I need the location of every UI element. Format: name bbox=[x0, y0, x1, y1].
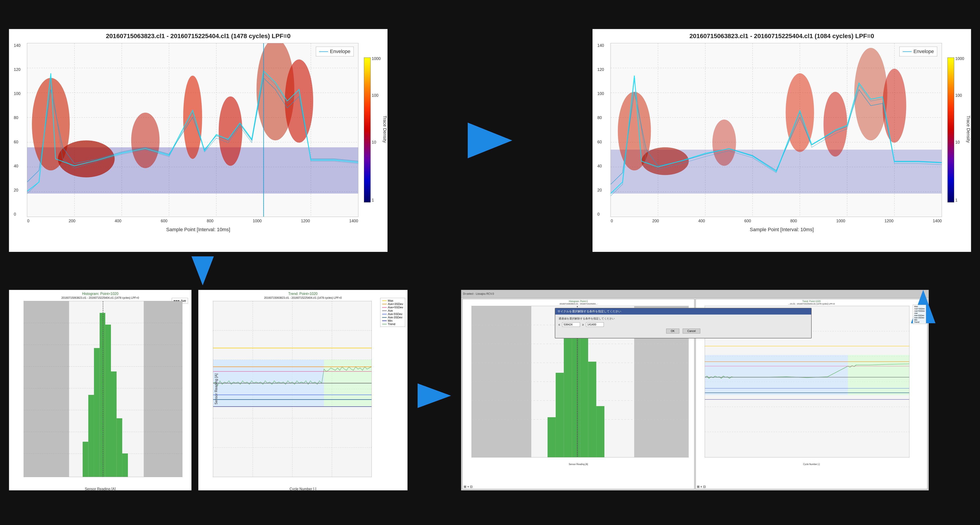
chart1-x-label: Sample Point [Interval: 10ms] bbox=[9, 227, 387, 233]
svg-point-36 bbox=[712, 120, 736, 166]
chart1-colorbar-10: 10 bbox=[372, 140, 376, 145]
svg-point-39 bbox=[854, 48, 887, 140]
svg-rect-85 bbox=[556, 373, 564, 457]
bottom-row: Histogram: Point=1020 20160715063823.cl1… bbox=[9, 290, 971, 490]
svg-point-15 bbox=[131, 113, 159, 168]
mini-trend-toolbar: ⊞ + ⊡ bbox=[697, 485, 706, 488]
svg-rect-89 bbox=[588, 362, 596, 457]
svg-rect-53 bbox=[100, 313, 105, 477]
svg-rect-88 bbox=[580, 324, 588, 457]
dialog-input-to[interactable] bbox=[586, 322, 604, 327]
chart1-legend-line bbox=[319, 51, 328, 52]
svg-rect-48 bbox=[24, 301, 69, 477]
dialog-input-from[interactable] bbox=[562, 322, 580, 327]
chart2-x-label: Sample Point [Interval: 10ms] bbox=[593, 227, 971, 233]
mini-histogram-title-green: Histogram: Point=1 bbox=[463, 299, 694, 303]
chart1-colorbar-100: 100 bbox=[372, 93, 379, 98]
chart1-y-ticks: 140 120 100 80 60 40 20 0 bbox=[14, 43, 21, 217]
svg-rect-84 bbox=[547, 417, 555, 457]
svg-rect-50 bbox=[83, 442, 88, 477]
chart2-title: 20160715063823.cl1 - 20160715225404.cl1 … bbox=[593, 29, 971, 41]
trend-black-title: 20160715063823.cl1 - 20160715225404.cl1 … bbox=[199, 296, 407, 300]
chart2-legend-line bbox=[903, 51, 912, 52]
chart1-x-ticks: 0 200 400 600 800 1000 1200 1400 bbox=[27, 219, 358, 223]
svg-rect-52 bbox=[94, 348, 100, 477]
dialog-ok-button[interactable]: OK bbox=[666, 329, 679, 334]
svg-rect-57 bbox=[122, 453, 128, 477]
toolbar-label: Di-select - Lissajou RCV.0 bbox=[463, 292, 494, 295]
chart2-colorbar-bar bbox=[948, 57, 954, 203]
histogram-chart-area: Frequency bbox=[24, 301, 182, 477]
trend-y-label: Sensor Reading [A] bbox=[214, 373, 218, 405]
svg-rect-51 bbox=[88, 395, 94, 477]
trend-x-label: Cycle Number [-] bbox=[199, 487, 407, 491]
chart1-colorbar-bar bbox=[364, 57, 371, 203]
svg-point-38 bbox=[823, 92, 847, 156]
chart1-colorbar: 1000 100 10 1 Trace Density bbox=[362, 53, 386, 222]
top-row: 20160715063823.cl1 - 20160715225404.cl1 … bbox=[9, 18, 971, 263]
svg-rect-55 bbox=[111, 372, 116, 477]
chart1-legend: Envelope bbox=[316, 46, 354, 56]
mini-trend-legend: Max Ave+3SDev Ave+5SDev Ave Ave-5SDev Av… bbox=[913, 305, 926, 324]
mini-histogram-x-label: Sensor Reading [A] bbox=[463, 463, 694, 466]
chart2-colorbar-1: 1 bbox=[955, 198, 958, 203]
chart2-legend: Envelope bbox=[899, 46, 937, 56]
mini-trend-title-green: Trend: Point=1020 bbox=[696, 299, 928, 303]
trend-icon-1[interactable]: ⊞ bbox=[697, 485, 700, 488]
chart2-colorbar: 1000 100 10 1 Trace Density bbox=[945, 53, 970, 222]
chart1-area: Envelope bbox=[27, 43, 358, 217]
chart2-colorbar-1000: 1000 bbox=[955, 56, 964, 61]
chart2-colorbar-100: 100 bbox=[955, 93, 962, 98]
hist-icon-3[interactable]: ⊡ bbox=[470, 485, 473, 488]
hist-icon-1[interactable]: ⊞ bbox=[464, 485, 466, 488]
mini-trend-title: ...23.cl1 - 20160715225404.cl1 (1478 cyc… bbox=[696, 303, 928, 305]
mini-trend-x-label: Cycle Number [-] bbox=[696, 463, 928, 466]
chart1-title: 20160715063823.cl1 - 20160715225404.cl1 … bbox=[9, 29, 387, 41]
trend-icon-2[interactable]: + bbox=[700, 485, 702, 488]
svg-rect-56 bbox=[116, 418, 122, 477]
chart1-panel: 20160715063823.cl1 - 20160715225404.cl1 … bbox=[9, 29, 388, 252]
histogram-svg bbox=[24, 301, 182, 477]
dialog-overlay: サイクルを選択解除する条件を指定してください 通過値を選択解除する条件を指定して… bbox=[555, 308, 812, 338]
svg-point-17 bbox=[219, 97, 242, 166]
svg-rect-49 bbox=[144, 301, 182, 477]
chart2-y-ticks: 140 120 100 80 60 40 20 0 bbox=[597, 43, 604, 217]
dialog-buttons: OK Cancel bbox=[558, 329, 808, 334]
mini-hist-toolbar: ⊞ + ⊡ bbox=[464, 485, 473, 488]
arrow-right-shape bbox=[468, 123, 512, 158]
dialog-cancel-button[interactable]: Cancel bbox=[682, 329, 700, 334]
svg-rect-97 bbox=[705, 355, 848, 395]
dialog-body: 通過値を選択解除する条件を指定してください ≤ ≥ OK Cancel bbox=[555, 314, 811, 336]
histogram-green-title: Histogram: Point=1020 bbox=[9, 290, 191, 296]
chart2-x-ticks: 0 200 400 600 800 1000 1200 1400 bbox=[611, 219, 942, 223]
svg-point-19 bbox=[285, 59, 313, 143]
chart2-svg bbox=[611, 43, 942, 217]
svg-rect-90 bbox=[596, 406, 604, 457]
trend-icon-3[interactable]: ⊡ bbox=[703, 485, 706, 488]
dialog-description: 通過値を選択解除する条件を指定してください bbox=[558, 317, 808, 321]
trend-green-title: Trend: Point=1020 bbox=[199, 290, 407, 296]
histogram-panel: Histogram: Point=1020 20160715063823.cl1… bbox=[9, 290, 191, 490]
arrow-down-shape bbox=[191, 256, 214, 286]
screenshot-panel: Di-select - Lissajou RCV.0 Histogram: Po… bbox=[461, 290, 929, 490]
arrow-down-left bbox=[191, 256, 214, 286]
chart1-svg bbox=[27, 43, 358, 217]
chart2-colorbar-10: 10 bbox=[955, 140, 960, 145]
arrow-right-top bbox=[457, 123, 523, 158]
chart1-colorbar-title: Trace Density bbox=[382, 115, 387, 143]
hist-icon-2[interactable]: + bbox=[467, 485, 469, 488]
chart1-legend-label: Envelope bbox=[330, 49, 350, 54]
chart2-colorbar-title: Trace Density bbox=[966, 115, 971, 143]
histogram-x-label: Sensor Reading [A] bbox=[9, 487, 191, 491]
mini-histogram-title: 20160715063823.cl1 - 20160715225404... bbox=[463, 303, 694, 305]
histogram-black-title: 20160715063823.cl1 - 20160715225404.cl1 … bbox=[9, 296, 191, 300]
trend-legend: Max Ave+3SDev Ave+5SDev Ave Ave-5SDev Av… bbox=[380, 298, 405, 327]
svg-point-40 bbox=[883, 69, 906, 143]
chart2-legend-label: Envelope bbox=[913, 49, 934, 54]
dialog-row1: ≤ ≥ bbox=[558, 322, 808, 327]
chart2-area: Envelope bbox=[611, 43, 942, 217]
arrow-right-bottom-shape bbox=[418, 383, 451, 408]
trend-panel: Trend: Point=1020 20160715063823.cl1 - 2… bbox=[198, 290, 407, 490]
screenshot-toolbar: Di-select - Lissajou RCV.0 bbox=[461, 290, 929, 298]
trend-chart-area: Sensor Reading [A] bbox=[213, 301, 372, 477]
